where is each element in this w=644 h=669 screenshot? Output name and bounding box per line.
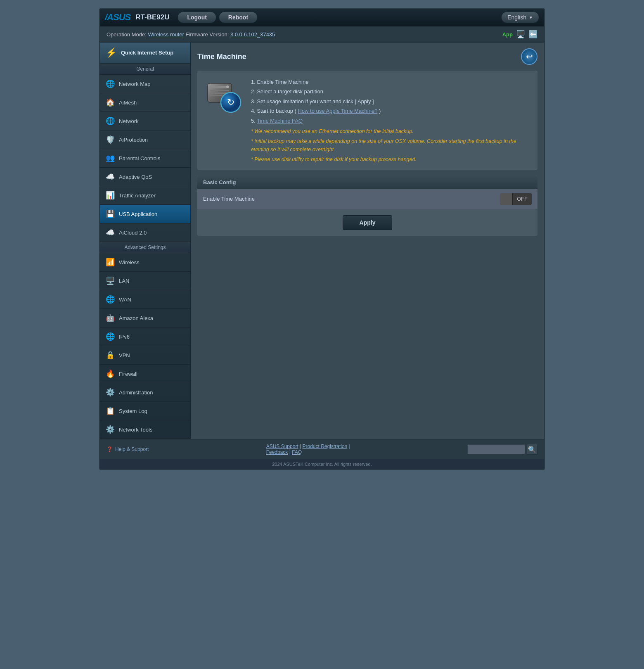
sidebar-item-aiprotection[interactable]: 🛡️ AiProtection bbox=[100, 130, 190, 149]
sidebar-item-amazon-alexa[interactable]: 🤖 Amazon Alexa bbox=[100, 309, 190, 327]
page-header: Time Machine ↩ bbox=[197, 48, 537, 65]
back-icon: ↩ bbox=[526, 52, 533, 62]
disk-image: ↻ bbox=[206, 77, 243, 114]
sidebar-item-aimesh[interactable]: 🏠 AiMesh bbox=[100, 93, 190, 112]
network-tools-icon: ⚙️ bbox=[106, 425, 115, 434]
svg-rect-4 bbox=[210, 95, 223, 96]
sidebar-label-usb-application: USB Application bbox=[119, 211, 157, 217]
language-selector[interactable]: English ▼ bbox=[501, 12, 539, 23]
sidebar-label-network: Network bbox=[119, 118, 139, 124]
product-registration-link[interactable]: Product Registration bbox=[303, 444, 348, 449]
instruction-4: 4. Start to backup ( How to use Apple Ti… bbox=[251, 106, 529, 116]
quick-setup-label: Quick Internet Setup bbox=[121, 50, 173, 57]
footer-links: ASUS Support | Product Registration | Fe… bbox=[266, 444, 350, 455]
usb-icon[interactable]: ⬅️ bbox=[528, 30, 537, 39]
instruction-1: 1. Enable Time Machine bbox=[251, 77, 529, 87]
time-machine-faq-link[interactable]: Time Machine FAQ bbox=[257, 118, 303, 124]
sidebar-label-network-map: Network Map bbox=[119, 81, 151, 87]
reboot-button[interactable]: Reboot bbox=[219, 12, 258, 23]
warning-1: * We recommend you use an Ethernet conne… bbox=[251, 127, 529, 135]
sidebar-label-wan: WAN bbox=[119, 297, 131, 303]
sidebar-item-wireless[interactable]: 📶 Wireless bbox=[100, 253, 190, 272]
sidebar-label-network-tools: Network Tools bbox=[119, 427, 152, 433]
disk-svg: ↻ bbox=[206, 78, 242, 114]
app-label: App bbox=[502, 31, 513, 38]
config-section: Basic Config Enable Time Machine OFF App… bbox=[197, 176, 537, 236]
config-header: Basic Config bbox=[197, 176, 537, 189]
aiprotection-icon: 🛡️ bbox=[106, 135, 115, 144]
aicloud-icon: ☁️ bbox=[106, 228, 115, 237]
op-bar: Operation Mode: Wireless router Firmware… bbox=[100, 26, 544, 43]
apple-time-machine-link[interactable]: How to use Apple Time Machine? bbox=[298, 108, 377, 114]
system-log-icon: 📋 bbox=[106, 406, 115, 415]
sidebar-item-administration[interactable]: ⚙️ Administration bbox=[100, 383, 190, 402]
monitor-icon[interactable]: 🖥️ bbox=[516, 30, 525, 39]
instruction-3: 3. Set usage limitation if you want and … bbox=[251, 97, 529, 106]
instruction-5: 5. Time Machine FAQ bbox=[251, 116, 529, 126]
back-button[interactable]: ↩ bbox=[521, 48, 537, 65]
op-mode-link[interactable]: Wireless router bbox=[148, 31, 184, 38]
logo-area: /ASUS RT-BE92U bbox=[105, 12, 169, 23]
sidebar-item-network-tools[interactable]: ⚙️ Network Tools bbox=[100, 420, 190, 439]
sidebar-item-network-map[interactable]: 🌐 Network Map bbox=[100, 75, 190, 93]
sidebar-item-network[interactable]: 🌐 Network bbox=[100, 112, 190, 130]
top-bar: /ASUS RT-BE92U Logout Reboot English ▼ bbox=[100, 9, 544, 26]
router-ui: /ASUS RT-BE92U Logout Reboot English ▼ O… bbox=[99, 8, 545, 470]
sidebar-item-system-log[interactable]: 📋 System Log bbox=[100, 402, 190, 420]
search-input[interactable] bbox=[467, 444, 525, 454]
svg-point-5 bbox=[226, 85, 229, 88]
op-label: Operation Mode: bbox=[107, 31, 147, 38]
adaptive-qos-icon: ☁️ bbox=[106, 172, 115, 181]
svg-rect-2 bbox=[210, 90, 229, 91]
sidebar-item-vpn[interactable]: 🔒 VPN bbox=[100, 346, 190, 365]
amazon-alexa-icon: 🤖 bbox=[106, 313, 115, 323]
sidebar-item-adaptive-qos[interactable]: ☁️ Adaptive QoS bbox=[100, 168, 190, 186]
help-icon: ❓ bbox=[107, 446, 113, 452]
asus-logo: /ASUS bbox=[105, 12, 130, 23]
warning-2: * Initial backup may take a while depend… bbox=[251, 137, 529, 154]
logout-button[interactable]: Logout bbox=[178, 12, 216, 23]
network-map-icon: 🌐 bbox=[106, 79, 115, 88]
sidebar-item-ipv6[interactable]: 🌐 IPv6 bbox=[100, 327, 190, 346]
feedback-link[interactable]: Feedback bbox=[266, 449, 288, 455]
help-support-link[interactable]: Help & Support bbox=[115, 446, 149, 452]
asus-support-link[interactable]: ASUS Support bbox=[266, 444, 298, 449]
info-panel: ↻ bbox=[197, 71, 537, 170]
sidebar-item-wan[interactable]: 🌐 WAN bbox=[100, 290, 190, 309]
general-section-label: General bbox=[100, 64, 190, 75]
sidebar-label-aiprotection: AiProtection bbox=[119, 137, 148, 143]
faq-link[interactable]: FAQ bbox=[292, 449, 302, 455]
sidebar: ⚡ Quick Internet Setup General 🌐 Network… bbox=[100, 43, 191, 439]
sidebar-label-amazon-alexa: Amazon Alexa bbox=[119, 315, 153, 321]
wireless-icon: 📶 bbox=[106, 258, 115, 267]
svg-rect-1 bbox=[210, 86, 229, 88]
sidebar-item-aicloud[interactable]: ☁️ AiCloud 2.0 bbox=[100, 223, 190, 242]
time-machine-toggle[interactable]: OFF bbox=[500, 193, 532, 205]
advanced-section-label: Advanced Settings bbox=[100, 242, 190, 253]
sidebar-label-administration: Administration bbox=[119, 389, 153, 396]
svg-text:↻: ↻ bbox=[227, 97, 234, 107]
disk-visual: ↻ bbox=[206, 78, 242, 114]
apply-button[interactable]: Apply bbox=[343, 215, 393, 230]
search-icon: 🔍 bbox=[528, 446, 536, 453]
traffic-analyzer-icon: 📊 bbox=[106, 191, 115, 200]
sidebar-item-parental-controls[interactable]: 👥 Parental Controls bbox=[100, 149, 190, 168]
search-button[interactable]: 🔍 bbox=[527, 444, 537, 455]
parental-controls-icon: 👥 bbox=[106, 154, 115, 163]
op-mode-info: Operation Mode: Wireless router Firmware… bbox=[107, 31, 275, 38]
aimesh-icon: 🏠 bbox=[106, 98, 115, 107]
config-row-label: Enable Time Machine bbox=[203, 196, 500, 202]
instructions-panel: 1. Enable Time Machine 2. Select a targe… bbox=[251, 77, 529, 164]
content-area: Time Machine ↩ bbox=[191, 43, 544, 439]
sidebar-item-firewall[interactable]: 🔥 Firewall bbox=[100, 365, 190, 383]
sidebar-item-traffic-analyzer[interactable]: 📊 Traffic Analyzer bbox=[100, 186, 190, 205]
quick-internet-setup[interactable]: ⚡ Quick Internet Setup bbox=[100, 43, 190, 64]
sidebar-item-usb-application[interactable]: 💾 USB Application bbox=[100, 205, 190, 223]
sidebar-item-lan[interactable]: 🖥️ LAN bbox=[100, 272, 190, 290]
firmware-link[interactable]: 3.0.0.6.102_37435 bbox=[230, 31, 275, 38]
sidebar-label-aicloud: AiCloud 2.0 bbox=[119, 230, 147, 236]
quick-setup-icon: ⚡ bbox=[106, 47, 117, 58]
config-row-time-machine: Enable Time Machine OFF bbox=[197, 189, 537, 209]
sidebar-label-lan: LAN bbox=[119, 278, 129, 284]
sidebar-label-vpn: VPN bbox=[119, 352, 130, 358]
